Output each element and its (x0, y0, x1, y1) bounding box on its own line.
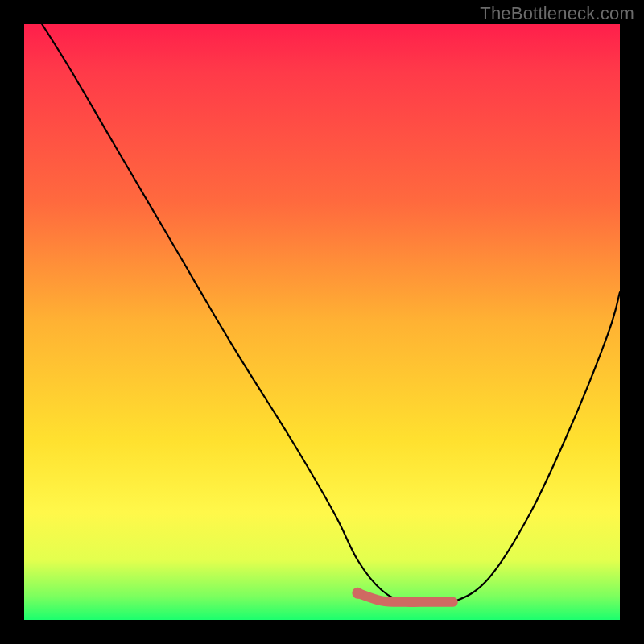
optimal-range-start-dot (352, 588, 363, 599)
bottleneck-curve-path (42, 24, 620, 604)
chart-frame: TheBottleneck.com (0, 0, 644, 644)
chart-plot-area (24, 24, 620, 620)
chart-svg (24, 24, 620, 620)
optimal-range-highlight (357, 593, 452, 602)
watermark-text: TheBottleneck.com (480, 3, 634, 24)
